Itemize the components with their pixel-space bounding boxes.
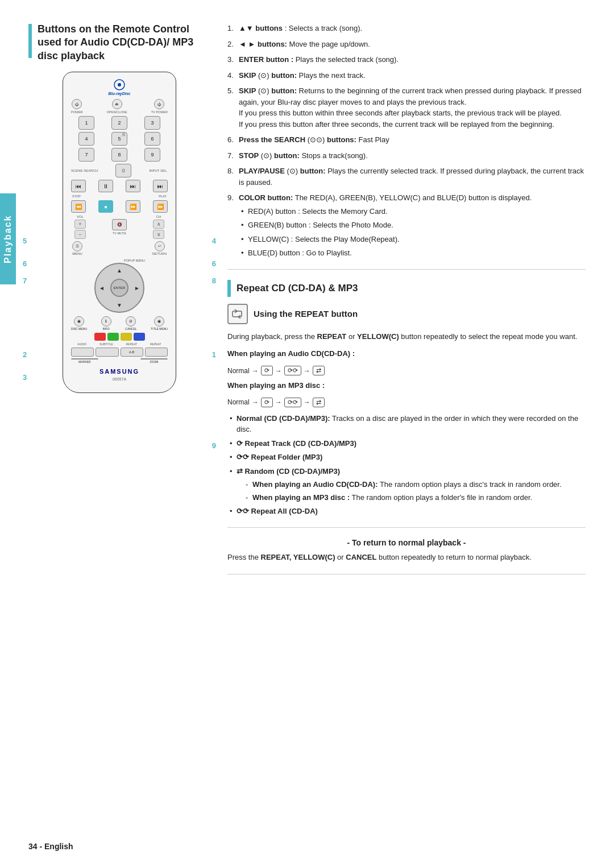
rew-btn[interactable]: ⏪ — [71, 200, 86, 213]
skip-prev-btn[interactable]: ⏮ — [71, 180, 86, 192]
stop-play-labels: STOP PLAY — [71, 195, 168, 198]
ch-col: CH ∧ ∨ — [153, 215, 164, 239]
color-sub-list: RED(A) button : Selects the Memory Card.… — [239, 206, 586, 259]
item-4-text: SKIP (⊙) button: Plays the next track. — [239, 71, 366, 80]
page: Playback Buttons on the Remote Control u… — [0, 0, 614, 868]
a-b-btn[interactable]: A-B — [121, 348, 143, 357]
btn-2[interactable]: 2 — [111, 116, 127, 130]
fwd-btn[interactable]: ⏩ — [126, 200, 140, 213]
vol-ch-block: VOL + − 🔇 TV MUTE CH ∧ ∨ — [71, 215, 168, 239]
dpad-down-btn[interactable]: ▼ — [117, 302, 122, 308]
btn-6[interactable]: 6 — [144, 132, 160, 146]
item-1-text: ▲▼ buttons : Selects a track (song). — [239, 24, 362, 32]
last-row: MARKER ZOOM — [71, 358, 168, 363]
dpad-ring: ▲ ▼ ◄ ► ENTER — [94, 263, 144, 313]
section-divider-1 — [227, 269, 586, 270]
ch-up-btn[interactable]: ∧ — [153, 220, 164, 229]
enter-label: ENTER — [114, 286, 125, 290]
btn-5[interactable]: 5 — [111, 132, 127, 146]
return-btn[interactable]: ↩ — [155, 241, 165, 251]
dpad-left-btn[interactable]: ◄ — [99, 285, 105, 291]
pause-btn[interactable]: ⏸ — [98, 180, 113, 192]
zoom-label: ZOOM — [150, 360, 159, 363]
callout-2: 2 — [23, 350, 27, 359]
btn-3[interactable]: 3 — [144, 116, 160, 130]
enter-btn[interactable]: ENTER — [110, 279, 128, 297]
info-btn[interactable]: ℹ — [101, 316, 111, 326]
btn-0[interactable]: 0 — [115, 164, 131, 177]
fwd2-btn[interactable]: ⏩ — [153, 200, 168, 213]
btn-8[interactable]: 8 — [111, 148, 127, 162]
repeat-icon — [227, 304, 248, 324]
item-8-text: PLAY/PAUSE (⊙) button: Plays the current… — [239, 167, 584, 187]
cancel-label: CANCEL — [125, 327, 136, 330]
title-menu-btn[interactable]: ◉ — [154, 316, 164, 326]
mp3-box3: ⇄ — [313, 398, 325, 407]
repeat-icon-svg — [231, 308, 244, 320]
vol-down-btn[interactable]: − — [74, 230, 86, 239]
repeat-bullet-all: ⟳⟳ Repeat All (CD-DA) — [227, 506, 586, 517]
skip-next-btn[interactable]: ⏭ — [153, 180, 168, 192]
left-heading-text: Buttons on the Remote Control used for A… — [38, 23, 193, 63]
extra-btn-2[interactable] — [96, 348, 118, 357]
dpad-right-btn[interactable]: ► — [134, 285, 140, 291]
btn-4[interactable]: 4 — [78, 132, 94, 146]
item-6-num: 6. — [227, 134, 234, 146]
disc-menu-row: ◉ DISC MENU ℹ INFO ⊘ CANCEL ◉ — [71, 316, 168, 330]
cd-da-box1: ⟳ — [261, 366, 273, 375]
disc-menu-btn[interactable]: ◉ — [74, 316, 84, 326]
tv-mute-btn[interactable]: 🔇 — [112, 219, 127, 230]
vol-up-btn[interactable]: + — [74, 220, 86, 229]
number-grid: 1 2 3 4 5 6 7 — [71, 116, 168, 162]
open-close-group: ⏏ — [112, 99, 122, 109]
repeat-bullet-list: Normal (CD (CD-DA)/MP3): Tracks on a dis… — [227, 413, 586, 517]
svg-rect-2 — [233, 311, 242, 317]
menu-return-row: ☰ MENU ↩ RETURN — [72, 241, 167, 255]
mp3-flow: Normal → ⟳ → ⟳⟳ → ⇄ — [227, 398, 586, 407]
to-return-heading: - To return to normal playback - — [227, 538, 586, 547]
color-labels: AUDIO SUBTITLE REPEAT REPEAT — [71, 342, 168, 346]
disc-menu-label: DISC MENU — [71, 327, 87, 330]
btn-7[interactable]: 7 — [78, 148, 94, 162]
transport-row-2: ⏪ ● ⏩ ⏩ — [71, 200, 168, 213]
power-btn[interactable]: ⏻ — [72, 99, 82, 109]
tv-power-btn[interactable]: ⏻ — [154, 99, 164, 109]
menu-btn-group: ☰ MENU — [72, 241, 82, 255]
power-label: POWER — [71, 110, 83, 114]
callout-6: 6 — [23, 259, 27, 268]
return-label: RETURN — [152, 252, 167, 255]
list-item-5: 5. SKIP (⊙) button: Returns to the begin… — [227, 85, 586, 130]
callout-5: 5 — [23, 237, 27, 245]
zoom-btn[interactable] — [140, 358, 168, 359]
ch-label: CH — [156, 215, 161, 218]
title-menu-label: TITLE MENU — [151, 327, 168, 330]
extra-btn-4[interactable] — [145, 348, 168, 357]
item-7-num: 7. — [227, 150, 234, 162]
color-btn-c[interactable] — [121, 333, 132, 341]
marker-btn[interactable] — [71, 358, 98, 359]
popup-menu-label: POPUP MENU — [94, 259, 145, 262]
btn-1[interactable]: 1 — [78, 116, 94, 130]
color-btn-a[interactable] — [94, 333, 106, 341]
dpad-up-btn[interactable]: ▲ — [117, 267, 122, 274]
color-item-d: BLUE(D) button : Go to Playlist. — [239, 247, 586, 259]
btn-9[interactable]: 9 — [144, 148, 160, 162]
open-close-btn[interactable]: ⏏ — [112, 99, 122, 109]
color-btn-b[interactable] — [107, 333, 119, 341]
skip-step-btn[interactable]: ⏭ — [126, 180, 140, 192]
callout-7: 7 — [23, 276, 27, 285]
repeat-body-text: During playback, press the REPEAT or YEL… — [227, 331, 586, 343]
ch-down-btn[interactable]: ∨ — [153, 230, 164, 239]
repeat-section-heading: Repeat CD (CD-DA) & MP3 — [227, 280, 586, 297]
audio-label: AUDIO — [77, 342, 86, 346]
menu-btn[interactable]: ☰ — [72, 241, 82, 251]
item-3-text: ENTER button : Plays the selected track … — [239, 55, 399, 64]
list-item-7: 7. STOP (⊙) button: Stops a track(song). — [227, 150, 586, 162]
list-item-2: 2. ◄ ► buttons: Move the page up/down. — [227, 39, 586, 50]
color-btn-d[interactable] — [134, 333, 145, 341]
cancel-btn[interactable]: ⊘ — [126, 316, 136, 326]
callout-1: 1 — [212, 350, 216, 359]
mp3-normal: Normal — [227, 398, 250, 406]
rec-btn[interactable]: ● — [98, 200, 113, 213]
extra-btn-1[interactable] — [71, 348, 94, 357]
